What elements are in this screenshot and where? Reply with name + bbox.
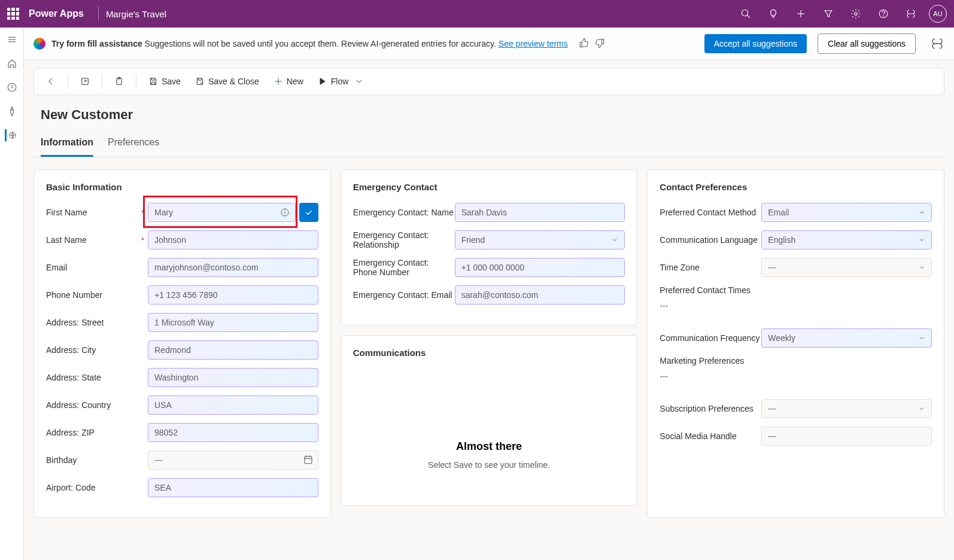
clipboard-button[interactable] [110, 73, 129, 90]
section-title: Contact Preferences [660, 182, 932, 192]
svg-rect-20 [305, 456, 312, 464]
field-label: Email [46, 263, 148, 272]
search-icon[interactable] [736, 4, 755, 23]
settings-icon[interactable] [846, 4, 865, 23]
frequency-select[interactable]: Weekly [761, 328, 932, 348]
subscription-select[interactable]: --- [761, 399, 932, 418]
emergency-relationship-select[interactable]: Friend [455, 230, 625, 249]
nav-menu-icon[interactable] [6, 34, 18, 45]
field-label: Communication Language [660, 235, 761, 245]
contact-preferences-card: Contact Preferences Preferred Contact Me… [647, 169, 944, 518]
social-input[interactable] [761, 427, 932, 446]
field-label: Social Media Handle [660, 431, 761, 441]
save-close-button[interactable]: Save & Close [190, 73, 264, 90]
copilot-panel-icon[interactable] [930, 36, 944, 51]
contact-times-value[interactable]: --- [660, 297, 932, 314]
accept-all-button[interactable]: Accept all suggestions [704, 34, 807, 53]
nav-recent-icon[interactable] [6, 81, 18, 93]
nav-globe-icon[interactable] [5, 129, 17, 141]
empty-title: Almost there [365, 440, 613, 453]
field-label: Emergency Contact: Email [353, 290, 455, 300]
section-title: Emergency Contact [353, 182, 625, 192]
basic-information-card: Basic Information First Name [34, 169, 331, 518]
nav-home-icon[interactable] [6, 57, 18, 69]
city-input[interactable] [148, 340, 318, 360]
flow-button[interactable]: Flow [313, 73, 369, 90]
new-button[interactable]: New [269, 73, 308, 90]
calendar-icon[interactable] [303, 454, 314, 465]
divider [98, 7, 99, 21]
copilot-header-icon[interactable] [901, 4, 920, 23]
preview-terms-link[interactable]: See preview terms [499, 39, 568, 48]
birthday-input[interactable] [148, 451, 318, 470]
svg-point-6 [883, 16, 884, 16]
email-input[interactable] [148, 258, 318, 277]
copilot-badge-icon [34, 38, 45, 50]
phone-input[interactable] [148, 285, 318, 305]
accept-suggestion-button[interactable] [299, 203, 318, 222]
app-launcher-icon[interactable] [7, 8, 19, 20]
section-title: Communications [353, 348, 625, 358]
timezone-select[interactable]: --- [761, 258, 932, 277]
chevron-down-icon [918, 209, 925, 216]
emergency-email-input[interactable] [455, 285, 625, 305]
back-button[interactable] [41, 73, 60, 90]
save-button[interactable]: Save [144, 73, 186, 90]
contact-method-select[interactable]: Email [761, 203, 932, 222]
svg-point-4 [855, 13, 858, 16]
first-name-input[interactable] [148, 203, 296, 222]
street-input[interactable] [148, 313, 318, 332]
airport-input[interactable] [148, 478, 318, 497]
chevron-down-icon [918, 334, 925, 342]
chevron-down-icon [918, 236, 925, 244]
lightbulb-icon[interactable] [764, 4, 783, 23]
tab-preferences[interactable]: Preferences [108, 137, 159, 157]
open-record-button[interactable] [75, 73, 95, 90]
field-label: Communication Frequency [660, 333, 761, 343]
help-icon[interactable] [874, 4, 893, 23]
clear-all-button[interactable]: Clear all suggestions [818, 34, 916, 54]
filter-icon[interactable] [819, 4, 838, 23]
field-label: Time Zone [660, 263, 761, 272]
state-input[interactable] [148, 368, 318, 387]
info-icon[interactable] [280, 208, 290, 217]
nav-pin-icon[interactable] [6, 105, 18, 117]
field-label: Emergency Contact: Phone Number [353, 258, 455, 277]
chevron-down-icon [918, 405, 925, 412]
environment-name: Margie's Travel [106, 9, 166, 19]
field-label: Preferred Contact Times [660, 285, 932, 295]
emergency-contact-card: Emergency Contact Emergency Contact: Nam… [341, 169, 638, 325]
svg-point-19 [284, 210, 285, 211]
field-label: Birthday [46, 455, 148, 465]
app-name: Power Apps [29, 8, 84, 19]
field-label: Address: Street [46, 318, 148, 327]
tab-information[interactable]: Information [41, 137, 93, 157]
country-input[interactable] [148, 395, 318, 415]
field-label: Marketing Preferences [660, 356, 932, 366]
communications-card: Communications Almost there Select Save … [341, 335, 638, 506]
section-title: Basic Information [46, 182, 318, 192]
field-label: Address: City [46, 345, 148, 355]
page-title: New Customer [34, 95, 944, 137]
emergency-name-input[interactable] [455, 203, 625, 222]
add-icon[interactable] [791, 4, 810, 23]
field-label: Preferred Contact Method [660, 208, 761, 217]
thumbs-up-icon[interactable] [579, 38, 591, 50]
field-label: Phone Number [46, 290, 148, 300]
emergency-phone-input[interactable] [455, 258, 625, 277]
empty-text: Select Save to see your timeline. [365, 460, 613, 470]
svg-line-1 [747, 15, 750, 18]
language-select[interactable]: English [761, 230, 932, 249]
field-label: Airport: Code [46, 483, 148, 492]
field-label: Emergency Contact: Relationship [353, 230, 455, 249]
field-label: Address: ZIP [46, 428, 148, 437]
marketing-value[interactable]: --- [660, 368, 932, 385]
user-avatar[interactable]: AU [929, 5, 947, 23]
last-name-input[interactable] [148, 230, 318, 249]
field-label: Emergency Contact: Name [353, 208, 455, 217]
zip-input[interactable] [148, 423, 318, 442]
chevron-down-icon [918, 264, 925, 271]
field-label: Address: Country [46, 400, 148, 410]
svg-point-0 [742, 10, 748, 16]
thumbs-down-icon[interactable] [594, 38, 606, 50]
